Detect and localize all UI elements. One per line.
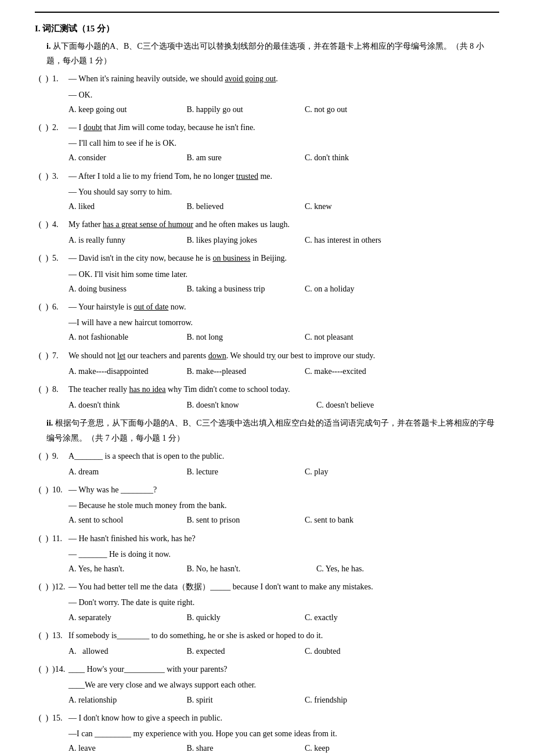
opt-6a: A. not fashionable	[68, 330, 185, 344]
question-11: ( ) 11. — He hasn't finished his work, h…	[35, 531, 499, 577]
q-num-15: 15.	[52, 711, 68, 725]
q-num-5: 5.	[52, 251, 68, 265]
q-text-13: If somebody is________ to do something, …	[68, 628, 499, 643]
q-sub-1: — OK.	[68, 88, 499, 102]
question-4: ( ) 4. My father has a great sense of hu…	[35, 217, 499, 247]
opt-2a: A. consider	[68, 150, 185, 165]
opt-10b: B. sent to prison	[187, 513, 303, 527]
section-i-title: I. 词汇测试（15 分）	[35, 23, 499, 34]
q-options-10: A. sent to school B. sent to prison C. s…	[68, 513, 499, 527]
q-sub-15: —I can _________ my experience with you.…	[68, 726, 499, 741]
bracket-2: ( )	[35, 120, 52, 135]
bracket-9: ( )	[35, 449, 52, 463]
q-text-5: — David isn't in the city now, because h…	[68, 251, 499, 265]
q-text-7: We should not let our teachers and paren…	[68, 348, 499, 363]
q-text-3: — After I told a lie to my friend Tom, h…	[68, 169, 499, 183]
sub-ii-instruction: ii. 根据句子意思，从下面每小题的A、B、C三个选项中选出填入相应空白处的适当…	[46, 416, 499, 445]
opt-13a: A. allowed	[68, 644, 185, 658]
opt-4c: C. has interest in others	[305, 233, 421, 247]
bracket-5: ( )	[35, 251, 52, 265]
opt-6b: B. not long	[187, 330, 303, 344]
opt-3a: A. liked	[68, 199, 185, 214]
opt-6c: C. not pleasant	[305, 330, 421, 344]
q-sub-2: — I'll call him to see if he is OK.	[68, 136, 499, 150]
q-options-11: A. Yes, he hasn't. B. No, he hasn't. C. …	[68, 561, 499, 576]
q-options-13: A. allowed B. expected C. doubted	[68, 644, 499, 658]
q-options-8: A. doesn't think B. doesn't know C. does…	[68, 398, 499, 412]
q-sub-14: ____We are very close and we always supp…	[68, 678, 499, 692]
q-options-3: A. liked B. believed C. knew	[68, 199, 499, 214]
sub-i-instruction: i. 从下面每小题的A、B、C三个选项中选出可以替换划线部分的最佳选项，并在答题…	[46, 39, 499, 68]
question-15: ( ) 15. — I don't know how to give a spe…	[35, 711, 499, 756]
bracket-10: ( )	[35, 483, 52, 497]
q-options-12: A. separately B. quickly C. exactly	[68, 610, 499, 625]
q-options-9: A. dream B. lecture C. play	[68, 465, 499, 479]
opt-11b: B. No, he hasn't.	[187, 561, 315, 576]
q-num-7: 7.	[52, 348, 68, 363]
question-10: ( ) 10. — Why was he ________? — Because…	[35, 483, 499, 528]
opt-8c: C. doesn't believe	[316, 398, 432, 412]
opt-9c: C. play	[305, 465, 421, 479]
question-8: ( ) 8. The teacher really has no idea wh…	[35, 382, 499, 412]
opt-12a: A. separately	[68, 610, 185, 625]
q-text-10: — Why was he ________?	[68, 483, 499, 497]
q-sub-5: — OK. I'll visit him some time later.	[68, 267, 499, 282]
opt-5b: B. taking a business trip	[187, 282, 303, 296]
q-text-1: — When it's raining heavily outside, we …	[68, 71, 499, 86]
q-num-8: 8.	[52, 382, 68, 397]
opt-14b: B. spirit	[187, 693, 303, 707]
opt-4a: A. is really funny	[68, 233, 185, 247]
bracket-7: ( )	[35, 348, 52, 363]
bracket-8: ( )	[35, 382, 52, 397]
q-text-6: — Your hairstyle is out of date now.	[68, 300, 499, 314]
sub-ii-text: 根据句子意思，从下面每小题的A、B、C三个选项中选出填入相应空白处的适当词语完成…	[46, 419, 495, 442]
bracket-13: ( )	[35, 628, 52, 643]
sub-i-text: 从下面每小题的A、B、C三个选项中选出可以替换划线部分的最佳选项，并在答题卡上将…	[46, 42, 484, 65]
q-text-2: — I doubt that Jim will come today, beca…	[68, 120, 499, 135]
q-sub-11: — _______ He is doing it now.	[68, 547, 499, 561]
opt-8b: B. doesn't know	[187, 398, 315, 412]
q-options-6: A. not fashionable B. not long C. not pl…	[68, 330, 499, 344]
opt-11c: C. Yes, he has.	[316, 561, 432, 576]
q-options-2: A. consider B. am sure C. don't think	[68, 150, 499, 165]
opt-15b: B. share	[187, 741, 303, 755]
opt-11a: A. Yes, he hasn't.	[68, 561, 185, 576]
q-options-15: A. leave B. share C. keep	[68, 741, 499, 755]
q-options-1: A. keep going out B. happily go out C. n…	[68, 102, 499, 117]
bracket-14: ( )	[35, 662, 52, 676]
q-num-9: 9.	[52, 449, 68, 463]
q-options-7: A. make----disappointed B. make---please…	[68, 364, 499, 379]
opt-10c: C. sent to bank	[305, 513, 421, 527]
opt-9a: A. dream	[68, 465, 185, 479]
question-14: ( ) )14. ____ How's your__________ with …	[35, 662, 499, 707]
q-num-14: )14.	[52, 662, 68, 676]
opt-10a: A. sent to school	[68, 513, 185, 527]
question-5: ( ) 5. — David isn't in the city now, be…	[35, 251, 499, 296]
q-text-8: The teacher really has no idea why Tim d…	[68, 382, 499, 397]
q-num-6: 6.	[52, 300, 68, 314]
q-num-3: 3.	[52, 169, 68, 183]
q-num-12: )12.	[52, 579, 68, 594]
opt-4b: B. likes playing jokes	[187, 233, 303, 247]
q-options-4: A. is really funny B. likes playing joke…	[68, 233, 499, 247]
opt-15c: C. keep	[305, 741, 421, 755]
opt-7a: A. make----disappointed	[68, 364, 185, 379]
bracket-15: ( )	[35, 711, 52, 725]
bracket-11: ( )	[35, 531, 52, 546]
question-6: ( ) 6. — Your hairstyle is out of date n…	[35, 300, 499, 345]
opt-1b: B. happily go out	[187, 102, 303, 117]
q-text-9: A_______ is a speech that is open to the…	[68, 449, 499, 463]
opt-9b: B. lecture	[187, 465, 303, 479]
opt-8a: A. doesn't think	[68, 398, 185, 412]
q-sub-3: — You should say sorry to him.	[68, 185, 499, 199]
q-options-5: A. doing business B. taking a business t…	[68, 282, 499, 296]
question-9: ( ) 9. A_______ is a speech that is open…	[35, 449, 499, 479]
opt-15a: A. leave	[68, 741, 185, 755]
opt-13b: B. expected	[187, 644, 303, 658]
opt-3c: C. knew	[305, 199, 421, 214]
q-options-14: A. relationship B. spirit C. friendship	[68, 693, 499, 707]
opt-14c: C. friendship	[305, 693, 421, 707]
question-13: ( ) 13. If somebody is________ to do som…	[35, 628, 499, 658]
question-2: ( ) 2. — I doubt that Jim will come toda…	[35, 120, 499, 165]
opt-3b: B. believed	[187, 199, 303, 214]
